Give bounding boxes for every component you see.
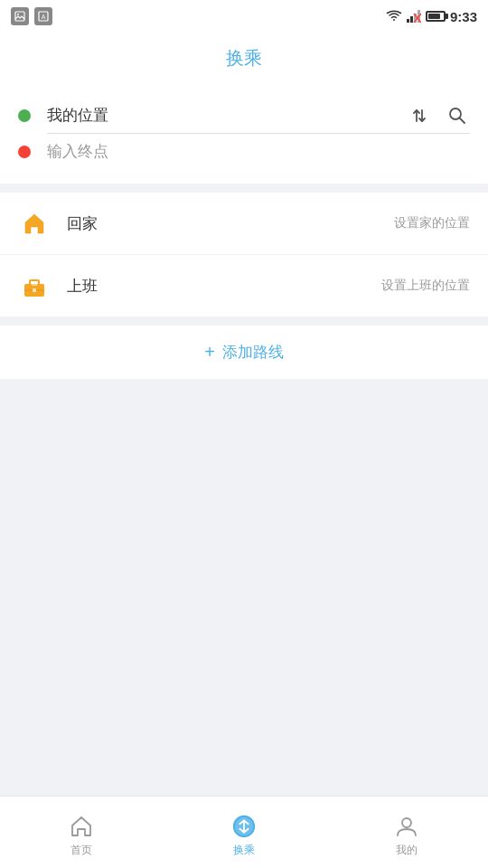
nav-transfer-label: 换乘 (233, 843, 255, 858)
nav-item-home[interactable]: 首页 (0, 807, 163, 858)
signal-icon (407, 10, 421, 23)
work-action: 设置上班的位置 (381, 278, 470, 294)
home-quick-item[interactable]: 回家 设置家的位置 (0, 193, 488, 255)
wifi-icon (386, 10, 402, 23)
end-location-row[interactable]: 输入终点 (18, 134, 470, 169)
work-icon (18, 269, 51, 302)
home-icon (18, 207, 51, 240)
home-label: 回家 (67, 213, 394, 234)
page-title: 换乘 (226, 46, 262, 71)
nav-home-label: 首页 (70, 843, 92, 858)
status-bar: A 9:33 (0, 0, 488, 33)
svg-rect-5 (410, 16, 413, 23)
add-plus-symbol: + (204, 342, 215, 363)
add-route-label: 添加路线 (222, 342, 284, 363)
app-header: 换乘 (0, 33, 488, 83)
svg-rect-17 (32, 282, 37, 286)
bottom-nav: 首页 换乘 我的 (0, 796, 488, 868)
start-dot (18, 109, 31, 122)
svg-rect-4 (407, 19, 409, 23)
end-location-placeholder: 输入终点 (47, 141, 470, 162)
sort-icon (409, 106, 429, 126)
nav-mine-icon (394, 814, 419, 839)
end-dot (18, 146, 31, 158)
section-divider-1 (0, 184, 488, 193)
svg-point-23 (402, 818, 411, 827)
svg-rect-14 (32, 228, 37, 233)
search-icon (447, 106, 467, 126)
svg-line-13 (460, 118, 465, 123)
nav-mine-label: 我的 (396, 843, 418, 858)
battery-icon (426, 11, 446, 22)
search-button[interactable] (445, 103, 470, 128)
home-action: 设置家的位置 (394, 215, 470, 231)
sort-button[interactable] (407, 103, 432, 128)
nav-item-mine[interactable]: 我的 (325, 807, 488, 858)
status-right-icons: 9:33 (386, 9, 477, 24)
content-background (0, 379, 488, 659)
image-app-icon (11, 7, 29, 25)
nav-home-icon (69, 814, 94, 839)
status-time: 9:33 (450, 9, 477, 24)
svg-text:A: A (42, 14, 46, 20)
svg-rect-0 (15, 12, 24, 21)
text-app-icon: A (34, 7, 52, 25)
work-quick-item[interactable]: 上班 设置上班的位置 (0, 255, 488, 316)
status-left-icons: A (11, 0, 52, 33)
search-area: 我的位置 输入终点 (0, 83, 488, 184)
search-action-buttons (407, 103, 470, 128)
add-route-section[interactable]: + 添加路线 (0, 326, 488, 379)
nav-item-transfer[interactable]: 换乘 (163, 807, 325, 858)
svg-rect-19 (33, 288, 36, 292)
quick-access-section: 回家 设置家的位置 上班 设置上班的位置 (0, 193, 488, 316)
nav-transfer-icon (231, 814, 257, 839)
svg-point-1 (17, 14, 19, 15)
start-location-row[interactable]: 我的位置 (18, 98, 470, 133)
work-label: 上班 (67, 276, 381, 297)
